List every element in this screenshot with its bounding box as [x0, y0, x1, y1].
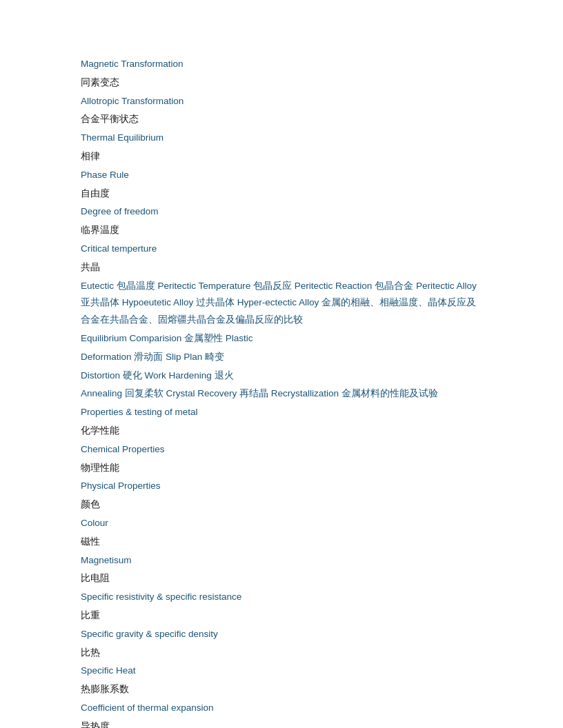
english-term: Annealing 回复柔软 Crystal Recovery 再结晶 Recr…	[81, 385, 482, 402]
english-term: Chemical Properties	[81, 441, 482, 458]
chinese-term: 化学性能	[81, 422, 482, 439]
chinese-term: 比电阻	[81, 569, 482, 587]
english-term: Thermal Equilibrium	[81, 129, 482, 146]
chinese-term: 共晶	[81, 259, 482, 276]
english-term: Critical temperture	[81, 240, 482, 257]
english-term: Phase Rule	[81, 166, 482, 183]
english-term: Magnetic Transformation	[81, 55, 482, 72]
english-term: Deformation 滑动面 Slip Plan 畸变	[81, 348, 482, 365]
english-term: Coefficient of thermal expansion	[81, 699, 482, 716]
chinese-term: 磁性	[81, 533, 482, 550]
english-term: Magnetisum	[81, 552, 482, 569]
english-term: Physical Properties	[81, 477, 482, 494]
english-term: Specific resistivity & specific resistan…	[81, 588, 482, 605]
chinese-term: 自由度	[81, 185, 482, 202]
chinese-term: 颜色	[81, 496, 482, 513]
chinese-term: 相律	[81, 148, 482, 165]
chinese-term: 导热度	[81, 718, 482, 728]
chinese-term: 物理性能	[81, 459, 482, 476]
chinese-term: 热膨胀系数	[81, 680, 482, 698]
english-term: Properties & testing of metal	[81, 403, 482, 421]
english-term: Allotropic Transformation	[81, 92, 482, 110]
english-term: Equilibrium Comparision 金属塑性 Plastic	[81, 330, 482, 347]
main-content: Magnetic Transformation同素变态Allotropic Tr…	[81, 55, 482, 728]
english-term: Degree of freedom	[81, 203, 482, 220]
chinese-term: 临界温度	[81, 221, 482, 239]
english-term: Specific gravity & specific density	[81, 625, 482, 643]
english-term: Eutectic 包晶温度 Peritectic Temperature 包晶反…	[81, 277, 482, 328]
chinese-term: 比热	[81, 644, 482, 661]
chinese-term: 比重	[81, 607, 482, 624]
english-term: Colour	[81, 514, 482, 532]
chinese-term: 合金平衡状态	[81, 110, 482, 128]
chinese-term: 同素变态	[81, 74, 482, 91]
english-term: Specific Heat	[81, 662, 482, 679]
english-term: Distortion 硬化 Work Hardening 退火	[81, 367, 482, 384]
